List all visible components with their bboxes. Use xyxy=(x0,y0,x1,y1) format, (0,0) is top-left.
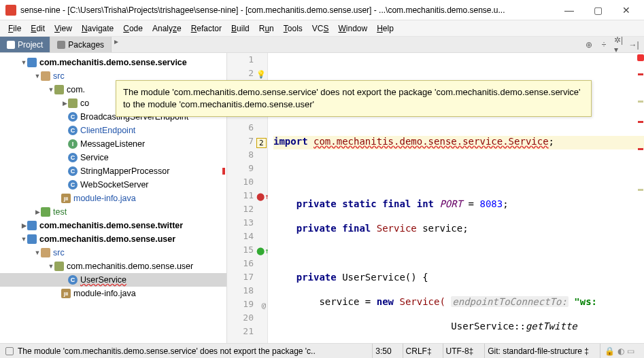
menu-run[interactable]: Run xyxy=(255,22,278,35)
menu-bar: File Edit View Navigate Code Analyze Ref… xyxy=(0,20,644,37)
menu-vcs[interactable]: VCS xyxy=(308,22,333,35)
module-icon xyxy=(27,58,37,67)
menu-window[interactable]: Window xyxy=(334,22,371,35)
java-file-icon: jii xyxy=(61,194,71,203)
tree-module-service[interactable]: ▼com.mechanitis.demo.sense.service xyxy=(0,56,226,69)
window-title: sense-nine - [C:\Users\Trisha\Projects\t… xyxy=(20,5,561,15)
tree-label: src xyxy=(53,248,65,257)
packages-icon xyxy=(57,41,65,49)
menu-code[interactable]: Code xyxy=(119,22,147,35)
code-hint: endpointToConnectTo: xyxy=(451,296,569,307)
at-icon: @ xyxy=(256,301,266,310)
menu-build[interactable]: Build xyxy=(227,22,254,35)
tree-label: StringMapperProcessor xyxy=(80,166,169,176)
code-token: service = xyxy=(319,296,376,307)
project-tab[interactable]: Project xyxy=(0,37,50,52)
git-branch[interactable]: Git: standard-file-structure ‡ xyxy=(484,344,592,358)
code-token: UserService() { xyxy=(342,272,428,283)
line-separator[interactable]: CRLF‡ xyxy=(403,344,435,358)
tree-label: com. xyxy=(67,85,85,94)
tree-label: UserService xyxy=(80,275,126,285)
project-icon xyxy=(7,41,15,49)
folder-icon xyxy=(41,71,50,81)
tree-label: module-info.java xyxy=(73,194,136,203)
tree-label: src xyxy=(53,71,65,81)
tree-ce[interactable]: CClientEndpoint xyxy=(0,124,226,137)
bulb-icon[interactable]: 💡 xyxy=(256,70,266,79)
code-token: PORT xyxy=(439,198,462,209)
tree-pkg-user[interactable]: ▼com.mechanitis.demo.sense.user xyxy=(0,259,226,273)
tree-ml[interactable]: IMessageListener xyxy=(0,137,226,151)
code-token: Service( xyxy=(399,296,451,307)
code-token: getTwitte xyxy=(526,321,577,332)
tree-label: MessageListener xyxy=(80,139,145,149)
code-token: ; xyxy=(549,136,554,147)
class-icon: C xyxy=(68,166,78,176)
tree-label: com.mechanitis.demo.sense.user xyxy=(67,262,193,271)
class-icon: C xyxy=(68,126,78,135)
maximize-button[interactable]: ▢ xyxy=(590,5,606,16)
tree-label: com.mechanitis.demo.sense.user xyxy=(39,234,175,244)
tree-modinfo2[interactable]: jiimodule-info.java xyxy=(0,287,226,300)
tree-module-user[interactable]: ▼com.mechanitis.demo.sense.user xyxy=(0,232,226,246)
code-token: new xyxy=(377,296,400,307)
code-token: Service xyxy=(377,223,417,234)
code-token: private final xyxy=(296,223,377,234)
menu-edit[interactable]: Edit xyxy=(27,22,49,35)
scroll-markers[interactable] xyxy=(637,53,644,343)
tree-svc[interactable]: CService xyxy=(0,151,226,164)
toolwindow-header: Project Packages ▸ ⊕ ÷ ✲|▾ →| xyxy=(0,37,644,53)
menu-tools[interactable]: Tools xyxy=(279,22,307,35)
tree-module-twitter[interactable]: ▶com.mechanitis.demo.sense.twitter xyxy=(0,219,226,232)
tree-smp[interactable]: CStringMapperProcessor xyxy=(0,164,226,178)
menu-refactor[interactable]: Refactor xyxy=(187,22,226,35)
tree-label: WebSocketServer xyxy=(80,180,149,190)
tree-label: ClientEndpoint xyxy=(80,126,135,135)
tree-src2[interactable]: ▼src xyxy=(0,246,226,259)
tree-modinfo[interactable]: jiimodule-info.java xyxy=(0,192,226,205)
impl-up-icon[interactable]: ⬤↑ xyxy=(256,247,266,256)
menu-help[interactable]: Help xyxy=(373,22,398,35)
class-icon: C xyxy=(68,180,78,190)
tree-userservice[interactable]: CUserService xyxy=(0,273,226,287)
tree-label: Service xyxy=(80,153,109,162)
cursor-position[interactable]: 3:50 xyxy=(372,344,394,358)
tree-test[interactable]: ▶test xyxy=(0,205,226,219)
lock-icon[interactable]: 🔒 xyxy=(603,346,616,356)
menu-navigate[interactable]: Navigate xyxy=(78,22,118,35)
file-encoding[interactable]: UTF-8‡ xyxy=(443,344,477,358)
processes-icon[interactable]: ▭ xyxy=(626,346,636,356)
interface-icon: I xyxy=(68,139,78,149)
toolwindow-dropdown[interactable]: ▸ xyxy=(112,37,121,52)
menu-analyze[interactable]: Analyze xyxy=(148,22,186,35)
notifications-icon[interactable]: ◐ xyxy=(616,346,626,356)
module-icon xyxy=(27,221,37,230)
code-token: service; xyxy=(417,223,469,234)
folder-icon xyxy=(41,248,50,257)
gutter-badge[interactable]: 2 xyxy=(256,138,266,147)
menu-file[interactable]: File xyxy=(4,22,25,35)
code-token: 8083 xyxy=(479,198,503,209)
error-tooltip: The module 'com.mechanitis.demo.sense.se… xyxy=(116,80,592,117)
impl-up-icon[interactable]: ⬤↑ xyxy=(256,192,266,202)
minimize-button[interactable]: — xyxy=(561,5,577,16)
tree-wss[interactable]: CWebSocketServer xyxy=(0,178,226,192)
folder-icon xyxy=(41,207,50,217)
close-button[interactable]: ✕ xyxy=(618,5,634,16)
package-icon xyxy=(54,85,64,94)
status-icon[interactable] xyxy=(5,347,14,355)
tree-label: co xyxy=(80,99,89,108)
package-icon xyxy=(54,262,64,271)
hide-icon[interactable]: →| xyxy=(629,40,639,50)
gear-icon[interactable]: ✲|▾ xyxy=(614,40,624,50)
tree-label: com.mechanitis.demo.sense.service xyxy=(39,58,187,67)
menu-view[interactable]: View xyxy=(50,22,76,35)
module-icon xyxy=(27,234,37,244)
collapse-icon[interactable]: ⊕ xyxy=(584,40,594,50)
package-icon xyxy=(68,99,78,108)
code-token: private static final int xyxy=(296,198,440,209)
expand-icon[interactable]: ÷ xyxy=(599,40,609,50)
packages-tab[interactable]: Packages xyxy=(50,37,112,52)
class-icon: C xyxy=(68,275,78,285)
code-token: private xyxy=(296,272,342,283)
